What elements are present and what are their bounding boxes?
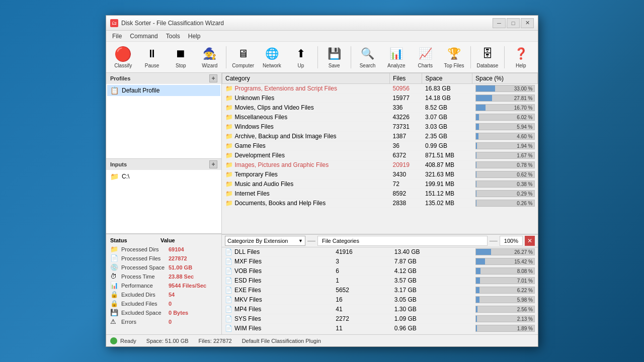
- stop-label: Stop: [176, 63, 186, 68]
- space-bar: 33.00 %: [475, 85, 535, 92]
- space-pct: 15.42 %: [472, 257, 538, 266]
- category-name: Documents, Books and Help Files: [235, 200, 326, 207]
- space-value: 151.12 MB: [422, 189, 472, 199]
- file-category: MXF Files: [234, 258, 262, 265]
- file-icon: 📄: [225, 296, 232, 303]
- status-row: ⚠ Errors 0: [110, 318, 217, 325]
- ready-label: Ready: [120, 338, 136, 344]
- filter-combo[interactable]: Categorize By Extension ▼: [225, 236, 305, 246]
- status-icon: 💿: [110, 263, 119, 271]
- status-label: Excluded Dirs: [121, 292, 167, 298]
- table-row[interactable]: 📁Temporary Files3430321.63 MB0.62 %: [222, 170, 538, 179]
- status-label: Excluded Space: [121, 310, 167, 316]
- space-bar-fill: [476, 287, 479, 293]
- search-label: Search: [360, 63, 376, 68]
- computer-button[interactable]: 🖥 Computer: [229, 44, 257, 71]
- help-button[interactable]: ❓ Help: [507, 44, 535, 71]
- folder-icon: 📁: [110, 172, 119, 180]
- files-count: 8592: [390, 189, 422, 199]
- space-value: 16.83 GB: [422, 84, 472, 94]
- close-button[interactable]: ✕: [521, 18, 534, 28]
- files-count: 1: [333, 276, 391, 286]
- network-button[interactable]: 🌐 Network: [258, 44, 286, 71]
- folder-icon: 📁: [225, 85, 233, 92]
- space-bar: 2.56 %: [475, 306, 535, 313]
- maximize-button[interactable]: □: [507, 18, 520, 28]
- space-bar: 26.27 %: [475, 248, 535, 255]
- menu-help[interactable]: Help: [184, 32, 205, 41]
- table-row[interactable]: 📁Images, Pictures and Graphic Files20919…: [222, 160, 538, 170]
- menu-tools[interactable]: Tools: [162, 32, 184, 41]
- inputs-add-button[interactable]: +: [209, 160, 217, 168]
- classify-icon: 🔴: [115, 46, 131, 62]
- space-bar-fill: [476, 124, 479, 130]
- files-count: 6372: [390, 151, 422, 160]
- up-button[interactable]: ⬆ Up: [287, 44, 314, 71]
- charts-icon: 📈: [417, 46, 433, 62]
- profiles-list: 📋 Default Profile: [106, 84, 221, 158]
- table-row[interactable]: 📁Movies, Clips and Video Files3368.52 GB…: [222, 103, 538, 113]
- pause-button[interactable]: ⏸ Pause: [138, 44, 166, 71]
- table-row[interactable]: 📄SYS Files22721.09 GB2.13 %: [222, 314, 538, 324]
- table-row[interactable]: 📄EXE Files56523.17 GB6.22 %: [222, 286, 538, 295]
- space-pct-label: 6.22 %: [517, 287, 533, 294]
- space-bar-fill: [476, 143, 477, 149]
- stop-button[interactable]: ⏹ Stop: [167, 44, 195, 71]
- space-bar: 4.60 %: [475, 133, 535, 140]
- table-row[interactable]: 📁Internet Files8592151.12 MB0.29 %: [222, 189, 538, 199]
- top-files-button[interactable]: 🏆 Top Files: [440, 44, 468, 71]
- wizard-label: Wizard: [202, 63, 217, 68]
- table-row[interactable]: 📄VOB Files64.12 GB8.08 %: [222, 266, 538, 276]
- minimize-button[interactable]: ─: [493, 18, 506, 28]
- profiles-add-button[interactable]: +: [209, 74, 217, 82]
- table-row[interactable]: 📁Documents, Books and Help Files2838135.…: [222, 199, 538, 208]
- table-row[interactable]: 📁Miscellaneous Files432263.07 GB6.02 %: [222, 113, 538, 122]
- table-row[interactable]: 📄ESD Files13.57 GB7.01 %: [222, 276, 538, 286]
- stop-icon: ⏹: [173, 46, 189, 62]
- filter-close-button[interactable]: ✕: [525, 236, 535, 246]
- space-pct-label: 4.60 %: [517, 133, 532, 140]
- table-row[interactable]: 📄MKV Files163.05 GB5.98 %: [222, 295, 538, 305]
- status-value: 54: [169, 292, 175, 298]
- status-row: 🔒 Excluded Dirs 54: [110, 291, 217, 298]
- status-icon: 📁: [110, 245, 119, 253]
- table-row[interactable]: 📄WIM Files110.96 GB1.89 %: [222, 324, 538, 333]
- table-row[interactable]: 📁Game Files360.99 GB1.94 %: [222, 141, 538, 151]
- status-icon: ⏱: [110, 273, 119, 280]
- wizard-button[interactable]: 🧙 Wizard: [196, 44, 223, 71]
- table-row[interactable]: 📁Archive, Backup and Disk Image Files138…: [222, 132, 538, 141]
- ready-indicator: [110, 337, 117, 344]
- table-row[interactable]: 📁Programs, Extensions and Script Files50…: [222, 84, 538, 94]
- space-pct-label: 15.42 %: [514, 258, 533, 265]
- charts-button[interactable]: 📈 Charts: [412, 44, 439, 71]
- space-value: 1.30 GB: [391, 305, 472, 314]
- table-row[interactable]: 📁Music and Audio Files72199.91 MB0.38 %: [222, 179, 538, 189]
- space-pct-label: 0.26 %: [517, 200, 532, 207]
- space-pct-label: 2.13 %: [517, 316, 533, 323]
- profile-item-default[interactable]: 📋 Default Profile: [107, 85, 220, 96]
- classify-button[interactable]: 🔴 Classify: [109, 44, 137, 71]
- table-row[interactable]: 📁Development Files6372871.51 MB1.67 %: [222, 151, 538, 160]
- status-panel: Status Value 📁 Processed Dirs 69104 📄 Pr…: [106, 234, 222, 334]
- table-row[interactable]: 📄MP4 Files411.30 GB2.56 %: [222, 305, 538, 314]
- files-count: 2838: [390, 199, 422, 208]
- save-button[interactable]: 💾 Save: [320, 44, 348, 71]
- table-row[interactable]: 📄MXF Files37.87 GB15.42 %: [222, 257, 538, 266]
- classify-label: Classify: [114, 63, 132, 68]
- space-pct: 0.29 %: [472, 189, 538, 199]
- search-button[interactable]: 🔍 Search: [354, 44, 381, 71]
- menu-command[interactable]: Command: [126, 32, 162, 41]
- file-category: MKV Files: [234, 296, 262, 303]
- filter-sep-1: —: [307, 236, 315, 245]
- table-row[interactable]: 📁Windows Files737313.03 GB5.94 %: [222, 122, 538, 132]
- input-item-c[interactable]: 📁 C:\: [107, 171, 220, 182]
- analyze-button[interactable]: 📊 Analyze: [382, 44, 410, 71]
- menu-file[interactable]: File: [108, 32, 126, 41]
- folder-icon: 📁: [225, 161, 233, 168]
- folder-icon: 📁: [225, 180, 233, 188]
- database-button[interactable]: 🗄 Database: [473, 44, 501, 71]
- table-row[interactable]: 📁Unknown Files1597714.18 GB27.81 %: [222, 94, 538, 103]
- table-row[interactable]: 📄DLL Files4191613.40 GB26.27 %: [222, 247, 538, 257]
- space-pct: 16.70 %: [472, 103, 538, 113]
- category-name: Development Files: [235, 152, 285, 159]
